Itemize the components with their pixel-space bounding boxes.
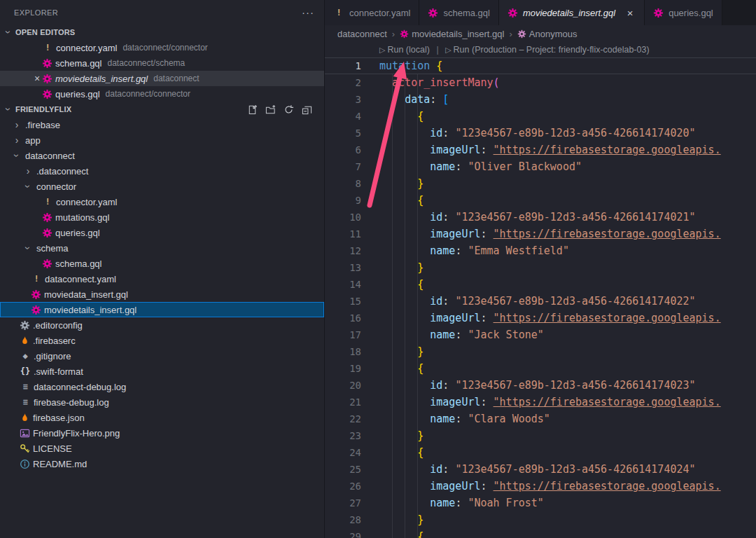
line-number[interactable]: 23	[325, 427, 361, 444]
code-line-25[interactable]: 25 id: "123e4567-e89b-12d3-a456-42661417…	[325, 461, 756, 478]
line-number[interactable]: 21	[325, 394, 361, 411]
code-line-17[interactable]: 17 name: "Jack Stone"	[325, 326, 756, 343]
line-number[interactable]: 5	[325, 125, 361, 142]
line-number[interactable]: 10	[325, 209, 361, 226]
code-line-9[interactable]: 9 {	[325, 192, 756, 209]
line-number[interactable]: 19	[325, 360, 361, 377]
code-line-12[interactable]: 12 name: "Emma Westfield"	[325, 242, 756, 259]
code-line-26[interactable]: 26 imageUrl: "https://firebasestorage.go…	[325, 478, 756, 495]
code-line-8[interactable]: 8 }	[325, 175, 756, 192]
tree-file-moviedata-insert-gql[interactable]: moviedata_insert.gql	[0, 287, 324, 302]
code-line-10[interactable]: 10 id: "123e4567-e89b-12d3-a456-42661417…	[325, 209, 756, 226]
line-number[interactable]: 3	[325, 91, 361, 108]
run-production-button[interactable]: ▷Run (Production – Project: friendly-fli…	[445, 45, 649, 55]
code-line-27[interactable]: 27 name: "Noah Frost"	[325, 495, 756, 511]
code-line-2[interactable]: 2 actor_insertMany(	[325, 74, 756, 91]
line-number[interactable]: 12	[325, 242, 361, 259]
tree-file-friendlyflix-hero-png[interactable]: FriendlyFlix-Hero.png	[0, 425, 324, 441]
tree-folder-dataconnect[interactable]: dataconnect	[0, 148, 324, 163]
tab-schema-gql[interactable]: schema.gql	[419, 0, 498, 25]
tree-folder-schema[interactable]: schema	[0, 240, 324, 256]
line-number[interactable]: 24	[325, 444, 361, 461]
line-number[interactable]: 25	[325, 461, 361, 478]
line-number[interactable]: 26	[325, 478, 361, 495]
code-line-1[interactable]: 1mutation {	[325, 57, 756, 74]
code-link[interactable]: "https://firebasestorage.googleapis.	[493, 480, 721, 492]
line-number[interactable]: 6	[325, 142, 361, 158]
code-line-29[interactable]: 29 {	[325, 528, 756, 538]
code-line-3[interactable]: 3 data: [	[325, 91, 756, 108]
tree-file-connector-yaml[interactable]: !connector.yaml	[0, 194, 324, 209]
open-editor-moviedetails-insert-gql[interactable]: ×moviedetails_insert.gqldataconnect	[0, 71, 324, 86]
line-number[interactable]: 27	[325, 495, 361, 511]
line-number[interactable]: 15	[325, 293, 361, 310]
tab-connector-yaml[interactable]: !connector.yaml	[325, 0, 419, 25]
code-link[interactable]: "https://firebasestorage.googleapis.	[493, 396, 721, 408]
tree-folder-app[interactable]: app	[0, 132, 324, 148]
tree-file-license[interactable]: LICENSE	[0, 441, 324, 456]
code-line-16[interactable]: 16 imageUrl: "https://firebasestorage.go…	[325, 310, 756, 326]
tree-folder-connector[interactable]: connector	[0, 179, 324, 194]
code-line-23[interactable]: 23 }	[325, 427, 756, 444]
breadcrumb-item-dataconnect[interactable]: dataconnect	[337, 29, 387, 39]
code-line-14[interactable]: 14 {	[325, 276, 756, 293]
code-line-19[interactable]: 19 {	[325, 360, 756, 377]
tree-file-mutations-gql[interactable]: mutations.gql	[0, 209, 324, 225]
tree-file-schema-gql[interactable]: schema.gql	[0, 256, 324, 271]
collapse-all-button[interactable]	[301, 104, 313, 116]
code-line-22[interactable]: 22 name: "Clara Woods"	[325, 411, 756, 427]
tree-file-firebase-json[interactable]: firebase.json	[0, 410, 324, 425]
new-folder-button[interactable]	[265, 104, 276, 116]
code-link[interactable]: "https://firebasestorage.googleapis.	[493, 228, 721, 240]
code-line-11[interactable]: 11 imageUrl: "https://firebasestorage.go…	[325, 226, 756, 242]
close-icon[interactable]: ×	[32, 73, 42, 84]
code-line-20[interactable]: 20 id: "123e4567-e89b-12d3-a456-42661417…	[325, 377, 756, 394]
refresh-button[interactable]	[283, 104, 295, 116]
tree-file-swift-format[interactable]: {}.swift-format	[0, 364, 324, 379]
line-number[interactable]: 9	[325, 192, 361, 209]
tree-file-firebaserc[interactable]: .firebaserc	[0, 333, 324, 348]
code-line-15[interactable]: 15 id: "123e4567-e89b-12d3-a456-42661417…	[325, 293, 756, 310]
line-number[interactable]: 13	[325, 259, 361, 276]
open-editor-queries-gql[interactable]: queries.gqldataconnect/connector	[0, 86, 324, 102]
tree-file-readme-md[interactable]: README.md	[0, 456, 324, 471]
line-number[interactable]: 7	[325, 158, 361, 175]
line-number[interactable]: 29	[325, 528, 361, 538]
line-number[interactable]: 18	[325, 343, 361, 360]
breadcrumb-item-anonymous[interactable]: Anonymous	[517, 29, 578, 39]
workspace-header[interactable]: FRIENDLYFLIX	[0, 102, 324, 117]
line-number[interactable]: 8	[325, 175, 361, 192]
tree-file-editorconfig[interactable]: .editorconfig	[0, 317, 324, 333]
open-editor-schema-gql[interactable]: schema.gqldataconnect/schema	[0, 55, 324, 71]
line-number[interactable]: 1	[325, 57, 361, 74]
tree-folder-firebase[interactable]: .firebase	[0, 117, 324, 132]
code-line-4[interactable]: 4 {	[325, 108, 756, 125]
tree-file-moviedetails-insert-gql[interactable]: moviedetails_insert.gql	[0, 302, 324, 317]
tree-file-dataconnect-debug-log[interactable]: ≡dataconnect-debug.log	[0, 379, 324, 394]
tree-file-queries-gql[interactable]: queries.gql	[0, 225, 324, 240]
code-line-5[interactable]: 5 id: "123e4567-e89b-12d3-a456-426614174…	[325, 125, 756, 142]
code-line-18[interactable]: 18 }	[325, 343, 756, 360]
more-actions-icon[interactable]: ···	[302, 9, 314, 16]
line-number[interactable]: 28	[325, 511, 361, 528]
tab-queries-gql[interactable]: queries.gql	[645, 0, 722, 25]
tree-file-dataconnect-yaml[interactable]: !dataconnect.yaml	[0, 271, 324, 287]
line-number[interactable]: 16	[325, 310, 361, 326]
code-line-28[interactable]: 28 }	[325, 511, 756, 528]
tree-file-gitignore[interactable]: ◆.gitignore	[0, 348, 324, 364]
code-line-24[interactable]: 24 {	[325, 444, 756, 461]
new-file-button[interactable]	[246, 104, 258, 116]
line-number[interactable]: 4	[325, 108, 361, 125]
code-link[interactable]: "https://firebasestorage.googleapis.	[493, 312, 721, 324]
line-number[interactable]: 2	[325, 74, 361, 91]
code-link[interactable]: "https://firebasestorage.googleapis.	[493, 144, 721, 156]
line-number[interactable]: 20	[325, 377, 361, 394]
open-editor-connector-yaml[interactable]: !connector.yamldataconnect/connector	[0, 40, 324, 55]
line-number[interactable]: 14	[325, 276, 361, 293]
tab-moviedetails-insert-gql[interactable]: moviedetails_insert.gql×	[499, 0, 645, 25]
code-line-7[interactable]: 7 name: "Oliver Blackwood"	[325, 158, 756, 175]
code-line-13[interactable]: 13 }	[325, 259, 756, 276]
code-line-6[interactable]: 6 imageUrl: "https://firebasestorage.goo…	[325, 142, 756, 158]
tree-file-firebase-debug-log[interactable]: ≡firebase-debug.log	[0, 394, 324, 410]
tree-folder-dataconnect[interactable]: .dataconnect	[0, 163, 324, 179]
